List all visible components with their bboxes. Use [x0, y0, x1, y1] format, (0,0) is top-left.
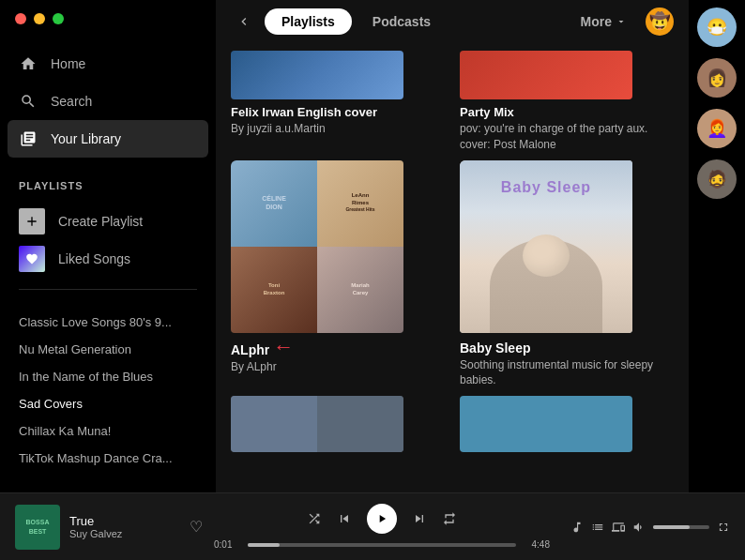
repeat-button[interactable]: [442, 511, 457, 526]
baby-sleep-title: Baby Sleep: [460, 341, 674, 356]
partial-card-2-title: Party Mix: [460, 105, 674, 119]
partial-card-1-title: Felix Irwan English cover: [231, 105, 445, 119]
sidebar-nav: Home Search Your Library: [0, 38, 216, 165]
bottom-card-2[interactable]: [460, 396, 674, 452]
playlist-item-3[interactable]: In the Name of the Blues: [19, 363, 197, 390]
card-baby-sleep[interactable]: Baby Sleep Baby Sleep Soothing instrumen…: [460, 160, 674, 389]
mosaic-cell-2: LeAnnRimesGreatest Hits: [317, 160, 403, 247]
partial-card-1-image: [231, 51, 403, 99]
more-button[interactable]: More: [570, 8, 638, 35]
main-cards-grid: CÉLINEDION LeAnnRimesGreatest Hits: [231, 160, 674, 389]
shuffle-button[interactable]: [307, 511, 322, 526]
content-area: Playlists Podcasts More 🤠 Felix Irwan En…: [216, 0, 689, 492]
card-alphr[interactable]: CÉLINEDION LeAnnRimesGreatest Hits: [231, 160, 445, 389]
user-avatar[interactable]: 🤠: [646, 8, 674, 36]
playlist-list: Classic Love Songs 80's 9... Nu Metal Ge…: [0, 309, 216, 492]
partial-card-2-subtitle: pov: you're in charge of the party aux. …: [460, 121, 674, 153]
prev-button[interactable]: [337, 511, 352, 526]
devices-button[interactable]: [612, 521, 625, 534]
library-label: Your Library: [51, 131, 121, 146]
playlists-section: PLAYLISTS Create Playlist Liked Songs: [0, 165, 216, 309]
player-controls: 0:01 4:48: [214, 504, 550, 550]
track-thumbnail: BOSSABEST: [15, 505, 60, 550]
plus-icon: [19, 208, 45, 235]
playlist-item-2[interactable]: Nu Metal Generation: [19, 336, 197, 363]
partial-card-2[interactable]: Party Mix pov: you're in charge of the p…: [460, 51, 674, 153]
partial-card-2-image: [460, 51, 632, 99]
heart-icon: [19, 246, 45, 272]
alphr-title: ALphr: [231, 342, 269, 357]
time-current: 0:01: [214, 539, 240, 550]
playlist-item-1[interactable]: Classic Love Songs 80's 9...: [19, 309, 197, 336]
more-label: More: [581, 14, 612, 29]
liked-songs-label: Liked Songs: [58, 251, 130, 266]
right-avatar-4[interactable]: 🧔: [697, 159, 737, 199]
search-label: Search: [51, 94, 92, 109]
right-avatar-2[interactable]: 👩: [697, 58, 737, 98]
bottom-partial-cards: [231, 396, 674, 452]
mosaic-cell-1: CÉLINEDION: [231, 160, 317, 247]
player-bar: BOSSABEST True Suy Galvez ♡: [0, 492, 745, 560]
heart-button[interactable]: ♡: [190, 518, 203, 536]
track-info: True Suy Galvez: [69, 514, 176, 539]
progress-fill: [248, 543, 280, 547]
alphr-subtitle: By ALphr: [231, 359, 445, 375]
alphr-mosaic: CÉLINEDION LeAnnRimesGreatest Hits: [231, 160, 403, 333]
minimize-button[interactable]: [34, 13, 45, 24]
library-icon: [19, 129, 38, 148]
mosaic-cell-3: ToniBraxton: [231, 247, 317, 333]
player-track: BOSSABEST True Suy Galvez ♡: [15, 505, 203, 550]
back-button[interactable]: [231, 8, 257, 35]
right-avatar-1[interactable]: 😷: [697, 8, 737, 47]
top-nav: Playlists Podcasts More 🤠: [216, 0, 689, 43]
queue-button[interactable]: [591, 521, 604, 534]
titlebar: [0, 0, 216, 38]
volume-button[interactable]: [632, 521, 646, 534]
partial-card-1[interactable]: Felix Irwan English cover By juyzii a.u.…: [231, 51, 445, 153]
home-icon: [19, 54, 38, 73]
fullscreen-player-button[interactable]: [717, 521, 730, 534]
partial-card-1-subtitle: By juyzii a.u.Martin: [231, 121, 445, 137]
play-button[interactable]: [367, 504, 397, 534]
next-button[interactable]: [412, 511, 427, 526]
bottom-card-1-image: [231, 396, 403, 452]
progress-bar: 0:01 4:48: [214, 539, 550, 550]
progress-track[interactable]: [248, 543, 516, 547]
bottom-card-1[interactable]: [231, 396, 445, 452]
nav-tabs: Playlists Podcasts: [265, 8, 562, 35]
create-playlist-button[interactable]: Create Playlist: [19, 203, 197, 240]
track-name: True: [69, 514, 176, 528]
create-playlist-label: Create Playlist: [58, 214, 143, 229]
volume-fill: [653, 525, 690, 529]
control-buttons: [307, 504, 457, 534]
tab-playlists[interactable]: Playlists: [265, 8, 352, 35]
right-panel: 😷 👩 👩‍🦰 🧔: [689, 0, 745, 492]
bottom-card-2-image: [460, 396, 632, 452]
sidebar-item-library[interactable]: Your Library: [8, 120, 208, 158]
partial-cards: Felix Irwan English cover By juyzii a.u.…: [231, 51, 674, 153]
scroll-content[interactable]: Felix Irwan English cover By juyzii a.u.…: [216, 43, 689, 492]
track-artist: Suy Galvez: [69, 528, 176, 539]
close-button[interactable]: [15, 13, 26, 24]
baby-sleep-image: Baby Sleep: [460, 160, 632, 333]
playlists-label: PLAYLISTS: [19, 180, 197, 191]
player-extras: [561, 521, 730, 534]
liked-songs-button[interactable]: Liked Songs: [19, 240, 197, 278]
sidebar: Home Search Your Library PLAYLISTS: [0, 0, 216, 492]
sidebar-item-search[interactable]: Search: [0, 83, 216, 120]
playlist-item-5[interactable]: Chillax Ka Muna!: [19, 417, 197, 445]
fullscreen-button[interactable]: [53, 13, 64, 24]
arrow-container: ALphr ←: [231, 335, 445, 359]
home-label: Home: [51, 56, 85, 71]
playlist-item-6[interactable]: TikTok Mashup Dance Cra...: [19, 445, 197, 472]
sidebar-item-home[interactable]: Home: [0, 45, 216, 83]
right-avatar-3[interactable]: 👩‍🦰: [697, 109, 737, 148]
tab-podcasts[interactable]: Podcasts: [356, 8, 448, 35]
lyrics-button[interactable]: [570, 521, 584, 534]
playlist-divider: [19, 289, 197, 290]
time-total: 4:48: [524, 539, 550, 550]
volume-bar[interactable]: [653, 525, 709, 529]
playlist-item-4[interactable]: Sad Covers: [19, 390, 197, 417]
baby-sleep-subtitle: Soothing instrumental music for sleepy b…: [460, 357, 674, 389]
red-arrow: ←: [273, 335, 294, 359]
